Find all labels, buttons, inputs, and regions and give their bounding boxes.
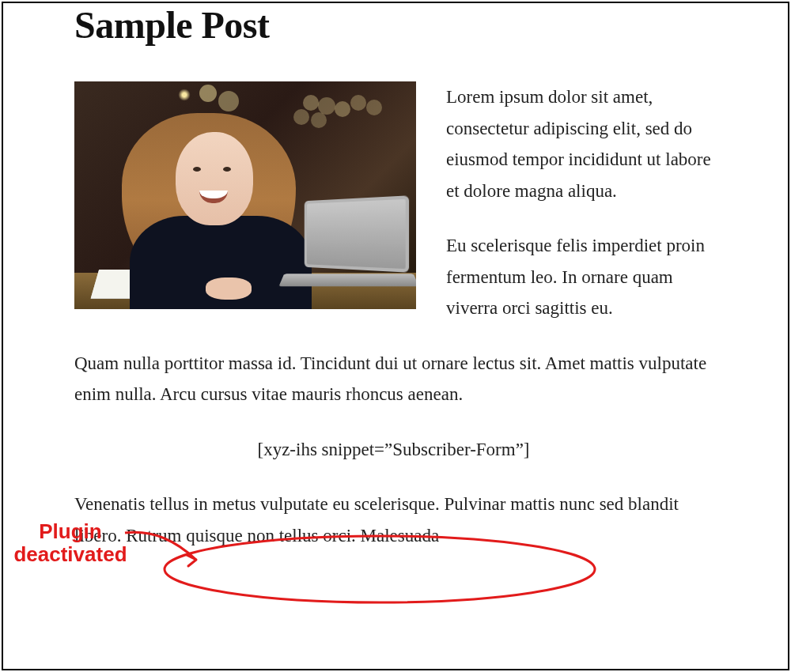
post-title: Sample Post xyxy=(74,3,713,47)
paragraph-4: Venenatis tellus in metus vulputate eu s… xyxy=(74,489,713,551)
post-frame: Sample Post Lorem ipsum dolor sit amet, … xyxy=(2,2,789,670)
paragraph-3: Quam nulla porttitor massa id. Tincidunt… xyxy=(74,348,713,410)
post-content: Lorem ipsum dolor sit amet, consectetur … xyxy=(74,81,713,552)
featured-image xyxy=(74,81,416,309)
raw-shortcode: [xyz-ihs snippet=”Subscriber-Form”] xyxy=(74,434,713,466)
